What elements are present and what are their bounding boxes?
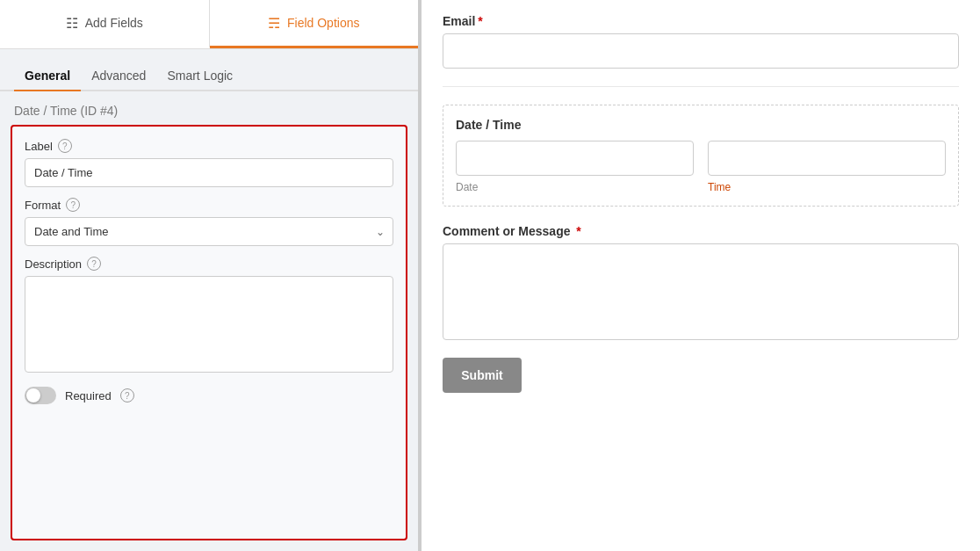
time-input-group: Time (708, 141, 946, 193)
datetime-preview-label: Date / Time (456, 118, 946, 132)
sub-tabs: General Advanced Smart Logic (0, 49, 418, 91)
date-input-box[interactable] (456, 141, 694, 176)
tab-add-fields[interactable]: ☷ Add Fields (0, 0, 210, 48)
format-select[interactable]: Date and Time Date Only Time Only (25, 217, 393, 246)
field-title: Date / Time (ID #4) (0, 91, 418, 125)
time-input-box[interactable] (708, 141, 946, 176)
required-row: Required ? (25, 387, 393, 404)
field-options-icon: ☴ (268, 15, 280, 32)
required-label: Required (65, 389, 112, 402)
toggle-knob (26, 388, 40, 402)
format-group: Format ? Date and Time Date Only Time On… (25, 198, 393, 246)
submit-button[interactable]: Submit (443, 358, 522, 393)
format-form-label: Format ? (25, 198, 393, 212)
description-textarea[interactable] (25, 276, 393, 373)
time-sub-label: Time (708, 181, 946, 193)
format-help-icon[interactable]: ? (66, 198, 80, 212)
date-sub-label: Date (456, 181, 694, 193)
description-group: Description ? (25, 257, 393, 373)
right-panel: Email* Date / Time Date Time Comment or … (422, 0, 980, 551)
date-input-group: Date (456, 141, 694, 193)
comment-preview-label: Comment or Message * (443, 224, 959, 238)
tab-field-options[interactable]: ☴ Field Options (210, 0, 419, 48)
format-select-wrapper: Date and Time Date Only Time Only ⌄ (25, 217, 393, 246)
label-form-label: Label ? (25, 139, 393, 153)
email-required-star: * (478, 14, 482, 28)
datetime-inputs: Date Time (456, 141, 946, 193)
left-panel: ☷ Add Fields ☴ Field Options General Adv… (0, 0, 422, 551)
field-id: (ID #4) (80, 104, 118, 118)
email-preview-field: Email* (443, 14, 959, 69)
add-fields-icon: ☷ (66, 15, 78, 32)
field-options-label: Field Options (287, 16, 359, 30)
comment-preview-textarea[interactable] (443, 243, 959, 340)
field-options-box: Label ? Format ? Date and Time Date Only… (11, 125, 407, 540)
label-text: Label (25, 140, 53, 153)
sub-tab-general[interactable]: General (14, 62, 81, 91)
add-fields-label: Add Fields (85, 16, 143, 30)
datetime-preview-section: Date / Time Date Time (443, 105, 959, 207)
description-text: Description (25, 257, 82, 271)
label-group: Label ? (25, 139, 393, 187)
divider-1 (443, 86, 959, 87)
label-input[interactable] (25, 158, 393, 187)
sub-tab-smart-logic[interactable]: Smart Logic (156, 62, 243, 91)
format-text: Format (25, 199, 61, 212)
top-tabs: ☷ Add Fields ☴ Field Options (0, 0, 418, 49)
sub-tab-advanced[interactable]: Advanced (81, 62, 156, 91)
comment-preview-field: Comment or Message * (443, 224, 959, 340)
email-preview-input[interactable] (443, 33, 959, 69)
required-help-icon[interactable]: ? (120, 388, 134, 402)
description-form-label: Description ? (25, 257, 393, 271)
email-preview-label: Email* (443, 14, 959, 28)
label-help-icon[interactable]: ? (58, 139, 72, 153)
required-toggle[interactable] (25, 387, 56, 404)
description-help-icon[interactable]: ? (87, 257, 101, 271)
field-name: Date / Time (14, 104, 77, 118)
comment-required-star: * (573, 224, 580, 238)
submit-row: Submit (443, 358, 959, 393)
